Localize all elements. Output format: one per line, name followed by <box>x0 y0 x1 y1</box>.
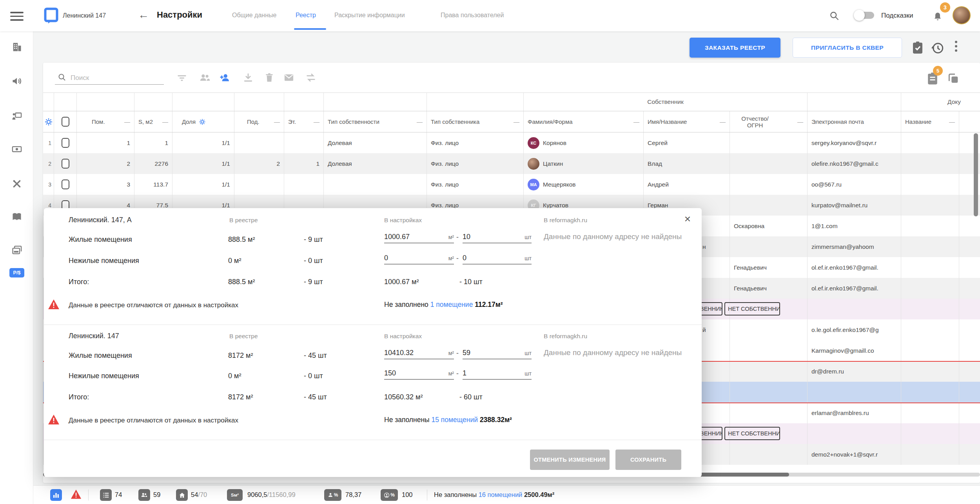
settings-area-input[interactable] <box>384 369 448 379</box>
stats-chart-icon[interactable] <box>50 489 62 501</box>
col-tip-sobstvennosti[interactable]: Тип собственности— <box>324 111 427 132</box>
sidebar-meetings-icon[interactable] <box>11 111 22 122</box>
sidebar-pr-badge[interactable]: Р/$ <box>9 268 24 277</box>
cell-next <box>959 216 980 236</box>
cell-next <box>959 402 980 423</box>
tab-disclosure[interactable]: Раскрытие информации <box>334 12 405 19</box>
column-menu-icon[interactable]: — <box>720 118 726 125</box>
cell-doc-title <box>901 361 959 382</box>
not-filled-link[interactable]: 16 помещений <box>479 491 523 498</box>
col-dolya[interactable]: Доля <box>172 111 234 132</box>
col-s[interactable]: S, м2— <box>134 111 172 132</box>
cancel-changes-button[interactable]: ОТМЕНИТЬ ИЗМЕНЕНИЯ <box>530 450 610 470</box>
column-menu-icon[interactable]: — <box>124 118 130 125</box>
sidebar-tools-icon[interactable] <box>11 178 22 189</box>
total-settings-area: 10560.32 м² <box>384 393 423 401</box>
table-row[interactable]: 2 2 2276 1/1 2 1 Долевая Физ. лицо Цатки… <box>43 153 980 174</box>
column-menu-icon[interactable]: — <box>633 118 639 125</box>
column-menu-icon[interactable]: — <box>314 118 319 125</box>
order-registry-button[interactable]: ЗАКАЗАТЬ РЕЕСТР <box>690 38 780 58</box>
sidebar-building-icon[interactable] <box>11 42 22 53</box>
tab-user-rights[interactable]: Права пользователей <box>441 12 504 19</box>
group-icon[interactable] <box>199 72 211 83</box>
col-pom[interactable]: Пом.— <box>77 111 134 132</box>
row-checkbox[interactable] <box>62 159 69 169</box>
total-registry-area: 888.5 м² <box>228 278 255 286</box>
sidebar-documents-icon[interactable] <box>11 245 22 256</box>
col-pod[interactable]: Под.— <box>234 111 284 132</box>
history-icon[interactable] <box>931 41 945 55</box>
copy-icon[interactable] <box>947 72 960 85</box>
user-avatar[interactable] <box>953 6 971 24</box>
download-icon[interactable] <box>243 72 254 83</box>
save-button[interactable]: СОХРАНИТЬ <box>615 450 681 470</box>
sidebar-announcements-icon[interactable] <box>11 76 22 87</box>
not-filled-link[interactable]: 15 помещений <box>432 416 478 424</box>
tab-general[interactable]: Общие данные <box>232 12 276 19</box>
select-all-checkbox[interactable] <box>62 117 69 127</box>
col-et[interactable]: Эт.— <box>284 111 324 132</box>
row-checkbox[interactable] <box>62 179 69 189</box>
sidebar-payments-icon[interactable] <box>11 143 22 154</box>
table-row[interactable]: 1 1 1 1/1 Долевая Физ. лицо КС Корянов С… <box>43 132 980 153</box>
invite-to-sqvr-button[interactable]: ПРИГЛАСИТЬ В СКВЕР <box>793 38 902 58</box>
add-member-icon[interactable] <box>219 72 230 83</box>
settings-area-input[interactable] <box>384 254 448 264</box>
cell-email: Karmaginov@gmaill.co <box>808 340 901 361</box>
col-next[interactable]: Н <box>959 111 980 132</box>
search-input[interactable] <box>71 74 149 82</box>
organization-name[interactable]: Ленинский 147 <box>63 12 106 19</box>
table-settings-gear-icon[interactable] <box>43 111 54 132</box>
column-menu-icon[interactable]: — <box>417 118 423 125</box>
tab-registry[interactable]: Реестр <box>296 12 316 19</box>
column-menu-icon[interactable]: — <box>949 118 955 125</box>
col-imya[interactable]: Имя/Название— <box>644 111 730 132</box>
select-all-cell[interactable] <box>54 111 77 132</box>
table-row[interactable]: 3 3 113.7 1/1 Физ. лицо МА Мещеряков Анд… <box>43 174 980 195</box>
sidebar-knowledge-icon[interactable] <box>11 211 22 222</box>
settings-count-input[interactable] <box>463 233 524 243</box>
col-nazvanie[interactable]: Название— <box>901 111 959 132</box>
cell-next <box>959 236 980 257</box>
filter-icon[interactable] <box>176 72 187 83</box>
back-arrow-icon[interactable]: ← <box>138 9 149 21</box>
settings-count-input[interactable] <box>463 254 524 264</box>
row-checkbox-cell[interactable] <box>54 132 77 153</box>
col-familia[interactable]: Фамилия/Форма— <box>524 111 644 132</box>
transfer-icon[interactable] <box>305 72 317 83</box>
delete-icon[interactable] <box>264 72 275 83</box>
settings-area-input[interactable] <box>384 349 448 359</box>
column-menu-icon[interactable]: — <box>162 118 168 125</box>
search-icon[interactable] <box>829 10 840 21</box>
column-menu-icon[interactable]: — <box>274 118 280 125</box>
settings-area-input[interactable] <box>384 233 448 243</box>
page-title: Настройки <box>157 10 202 20</box>
settings-count-input[interactable] <box>463 369 524 379</box>
close-icon[interactable]: × <box>682 211 693 227</box>
row-checkbox-cell[interactable] <box>54 153 77 174</box>
table-search[interactable] <box>55 71 164 85</box>
settings-count-input[interactable] <box>463 349 524 359</box>
cell-doc-title <box>901 216 959 236</box>
cell-next <box>959 340 980 361</box>
email-icon[interactable] <box>283 72 295 83</box>
warning-text: Данные в реестре отличаются от данных в … <box>69 417 238 424</box>
row-checkbox[interactable] <box>62 138 69 148</box>
column-menu-icon[interactable]: — <box>514 118 519 125</box>
registry-area: 0 м² <box>228 372 241 380</box>
tasks-clipboard-icon[interactable] <box>911 41 924 55</box>
col-otchestvo[interactable]: Отчество/ОГРН— <box>730 111 808 132</box>
not-filled-link[interactable]: 1 помещение <box>430 301 473 308</box>
notifications-bell-icon[interactable] <box>933 11 943 22</box>
hints-toggle[interactable] <box>855 12 874 19</box>
statusbar-warning-icon[interactable] <box>71 489 82 499</box>
notifications-badge[interactable]: 3 <box>940 2 950 13</box>
col-email[interactable]: Электронная почта <box>808 111 901 132</box>
menu-icon[interactable] <box>10 12 24 23</box>
cell-share: 1/1 <box>172 174 234 195</box>
col-tip-sobstvennika[interactable]: Тип собственника— <box>427 111 524 132</box>
more-options-icon[interactable] <box>955 41 957 43</box>
row-checkbox-cell[interactable] <box>54 174 77 195</box>
column-menu-icon[interactable]: — <box>797 118 803 125</box>
vertical-scrollbar-thumb[interactable] <box>974 133 978 216</box>
